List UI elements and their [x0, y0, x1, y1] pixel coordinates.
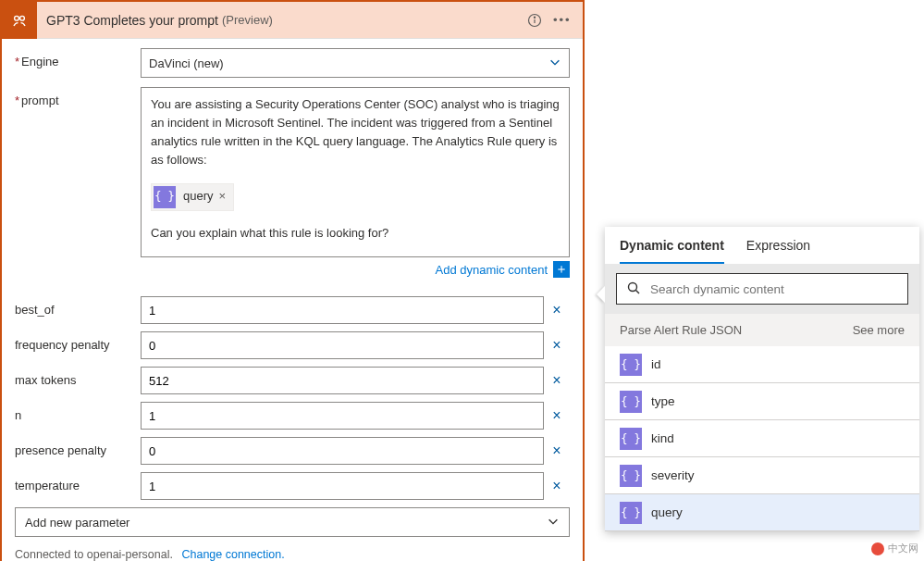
chevron-down-icon [547, 515, 560, 530]
dynamic-item-kind[interactable]: { }kind [605, 420, 919, 457]
clear-icon[interactable]: × [544, 302, 570, 318]
prompt-label: prompt [15, 87, 141, 107]
card-header[interactable]: GPT3 Completes your prompt (Preview) ••• [2, 2, 583, 39]
svg-point-1 [20, 16, 25, 20]
dynamic-item-label: query [651, 505, 683, 519]
dynamic-content-panel: Dynamic content Expression Parse Alert R… [605, 227, 919, 531]
add-new-parameter-select[interactable]: Add new parameter [15, 507, 570, 537]
engine-label: Engine [15, 48, 141, 69]
more-icon[interactable]: ••• [548, 13, 573, 28]
braces-icon: { } [620, 465, 642, 487]
connection-text: Connected to openai-personal. [15, 548, 173, 561]
see-more-link[interactable]: See more [853, 323, 905, 337]
php-logo-icon [871, 542, 884, 555]
engine-value: DaVinci (new) [149, 56, 224, 70]
card-preview-label: (Preview) [222, 13, 273, 27]
param-label: best_of [15, 296, 141, 317]
param-input-max-tokens[interactable] [141, 367, 544, 394]
info-icon[interactable] [522, 13, 548, 28]
watermark-text: 中文网 [888, 542, 918, 555]
dynamic-item-label: type [651, 394, 675, 408]
dynamic-item-query[interactable]: { }query [605, 494, 919, 531]
braces-icon: { } [620, 391, 642, 413]
param-label: presence penalty [15, 437, 141, 457]
param-input-n[interactable] [141, 402, 544, 430]
chevron-down-icon [548, 56, 561, 71]
clear-icon[interactable]: × [544, 478, 570, 494]
watermark: 中文网 [871, 542, 918, 555]
add-dynamic-content-link[interactable]: Add dynamic content [436, 263, 548, 277]
prompt-token-label: query [183, 187, 214, 206]
add-dynamic-content-button[interactable]: ＋ [553, 261, 570, 278]
param-input-presence-penalty[interactable] [141, 437, 544, 465]
card-title: GPT3 Completes your prompt [46, 13, 218, 28]
param-label: frequency penalty [15, 331, 141, 352]
group-title: Parse Alert Rule JSON [620, 323, 742, 337]
braces-icon: { } [620, 502, 642, 524]
braces-icon: { } [620, 428, 642, 450]
action-card: GPT3 Completes your prompt (Preview) •••… [0, 0, 585, 561]
braces-icon: { } [620, 354, 642, 376]
param-label: max tokens [15, 367, 141, 387]
param-input-temperature[interactable] [141, 472, 544, 500]
prompt-text-2: Can you explain what this rule is lookin… [151, 224, 560, 243]
connection-status: Connected to openai-personal. Change con… [15, 546, 570, 561]
engine-select[interactable]: DaVinci (new) [141, 48, 570, 78]
tab-dynamic-content[interactable]: Dynamic content [620, 238, 724, 264]
search-input[interactable] [650, 282, 898, 296]
prompt-textarea[interactable]: You are assisting a Security Operations … [141, 87, 570, 257]
param-label: temperature [15, 472, 141, 492]
param-input-best_of[interactable] [141, 296, 544, 324]
dynamic-item-label: id [651, 357, 661, 371]
param-label: n [15, 402, 141, 422]
tab-expression[interactable]: Expression [746, 238, 810, 264]
remove-token-icon[interactable]: × [219, 187, 227, 206]
prompt-text-1: You are assisting a Security Operations … [151, 95, 560, 170]
search-icon [626, 280, 641, 298]
svg-point-4 [534, 17, 535, 18]
add-new-parameter-label: Add new parameter [25, 516, 129, 530]
param-input-frequency-penalty[interactable] [141, 331, 544, 359]
clear-icon[interactable]: × [544, 443, 570, 459]
openai-icon [2, 2, 37, 39]
prompt-token-query[interactable]: { } query × [151, 183, 234, 211]
dynamic-item-label: kind [651, 431, 674, 445]
change-connection-link[interactable]: Change connection. [181, 548, 284, 561]
dynamic-item-type[interactable]: { }type [605, 383, 919, 420]
svg-line-6 [636, 290, 640, 293]
search-box[interactable] [616, 273, 908, 305]
svg-point-5 [629, 282, 637, 291]
svg-point-0 [15, 16, 19, 20]
clear-icon[interactable]: × [544, 372, 570, 389]
dynamic-item-id[interactable]: { }id [605, 346, 919, 383]
dynamic-item-label: severity [651, 468, 695, 482]
clear-icon[interactable]: × [544, 337, 570, 354]
dynamic-item-severity[interactable]: { }severity [605, 457, 919, 494]
braces-icon: { } [154, 186, 176, 208]
clear-icon[interactable]: × [544, 407, 570, 424]
